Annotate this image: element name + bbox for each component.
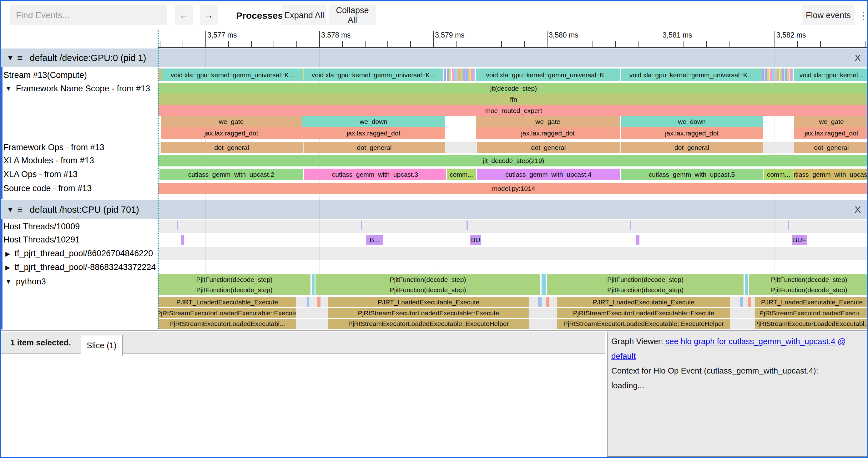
timeline-event-bar[interactable]: jit(decode_step) xyxy=(158,83,868,94)
collapse-arrow-icon[interactable]: ▼ xyxy=(6,205,17,214)
timeline-event-bar[interactable]: jax.lax.ragged_dot xyxy=(302,127,445,139)
tab-slice[interactable]: Slice (1) xyxy=(81,335,123,356)
timeline-event-bar[interactable] xyxy=(541,285,546,295)
drag-handle-icon[interactable]: ≡ xyxy=(17,53,30,63)
timeline-event-bar[interactable]: void xla::gpu::kernel::gemm_universal::K… xyxy=(162,68,303,81)
timeline-event-bar[interactable]: jax.lax.ragged_dot xyxy=(161,127,302,139)
track-label-framework-name-scope-from-13[interactable]: ▼Framework Name Scope - from #13 xyxy=(5,84,150,94)
timeline-event-bar[interactable]: PjitFunction(decode_step) xyxy=(315,285,540,295)
timeline-event-bar[interactable]: PjitFunction(decode_step) xyxy=(749,274,868,285)
timeline-event-bar[interactable] xyxy=(541,274,546,285)
timeline-event-bar[interactable]: cutlass_gemm_with_upcast.4 xyxy=(477,169,620,180)
track-collapse-arrow-icon[interactable]: ▶ xyxy=(5,250,10,257)
kernel-sliver-cluster[interactable] xyxy=(444,68,475,81)
drag-handle-icon[interactable]: ≡ xyxy=(17,204,30,215)
kernel-sliver-cluster[interactable] xyxy=(762,68,793,81)
timeline-event-bar[interactable]: PjRtStreamExecutorLoadedExecutable::Exec… xyxy=(557,319,730,329)
timeline-event-bar[interactable]: we_gate xyxy=(794,116,868,127)
timeline-event-bar[interactable]: PjitFunction(decode_step) xyxy=(547,274,744,285)
timeline-event-bar[interactable]: jax.lax.ragged_dot xyxy=(476,127,620,139)
timeline-event-bar[interactable]: jit_decode_step(219) xyxy=(158,155,868,166)
timeline-event-bar[interactable]: jax.lax.ragged_dot xyxy=(794,127,868,139)
timeline-event-bar[interactable] xyxy=(764,142,794,153)
process-header[interactable]: ▼≡default /host:CPU (pid 701)X xyxy=(1,200,867,219)
timeline-event-bar[interactable]: PjRtStreamExecutorLoadedExecutable::Exec… xyxy=(328,319,529,329)
timeline-event-bar[interactable]: PjRtStreamExecutorLoadedExecutabl... xyxy=(755,319,868,329)
close-process-button[interactable]: X xyxy=(855,53,861,63)
timeline-event-bar[interactable] xyxy=(529,297,557,307)
timeline-event-bar[interactable] xyxy=(296,297,328,307)
timeline-event-bar[interactable] xyxy=(181,235,184,245)
timeline-event-bar[interactable]: BUF xyxy=(792,235,807,245)
timeline-event-bar[interactable] xyxy=(748,297,751,307)
timeline-event-bar[interactable] xyxy=(296,308,328,318)
timeline-event-bar[interactable]: PjRtStreamExecutorLoadedExecu... xyxy=(755,308,868,318)
timeline-event-bar[interactable] xyxy=(745,274,748,285)
timeline-event-bar[interactable] xyxy=(740,297,743,307)
timeline-event-bar[interactable]: we_down xyxy=(302,116,445,127)
timeline-event-bar[interactable]: model.py:1014 xyxy=(158,183,868,194)
timeline-event-bar[interactable] xyxy=(546,297,549,307)
timeline-event-bar[interactable]: BU xyxy=(470,235,481,245)
timeline-event-bar[interactable] xyxy=(317,297,320,307)
timeline-event-bar[interactable] xyxy=(361,220,362,230)
timeline-event-bar[interactable] xyxy=(630,220,631,230)
timeline-event-bar[interactable] xyxy=(529,308,557,318)
timeline-event-bar[interactable] xyxy=(307,297,309,307)
timeline-event-bar[interactable]: jax.lax.ragged_dot xyxy=(621,127,763,139)
timeline-event-bar[interactable]: PJRT_LoadedExecutable_Execute xyxy=(328,297,529,307)
timeline-event-bar[interactable]: PJRT_LoadedExecutable_Execute xyxy=(158,297,296,307)
timeline-event-bar[interactable]: we_gate xyxy=(161,116,302,127)
timeline-event-bar[interactable] xyxy=(467,220,468,230)
timeline-event-bar[interactable]: PjRtStreamExecutorLoadedExecutable::Exec… xyxy=(557,308,730,318)
timeline-event-bar[interactable]: cutlass_gemm_with_upcast.5 xyxy=(621,169,763,180)
track-label-python3[interactable]: ▼python3 xyxy=(5,277,46,286)
track-label-tf-pjrt-thread-pool-86026704846220[interactable]: ▶tf_pjrt_thread_pool/86026704846220 xyxy=(5,249,153,258)
timeline-event-bar[interactable] xyxy=(177,220,178,230)
timeline-event-bar[interactable] xyxy=(312,274,315,285)
timeline-event-bar[interactable]: PjitFunction(decode_step) xyxy=(315,274,540,285)
timeline-event-bar[interactable]: PjRtStreamExecutorLoadedExecutabl... xyxy=(158,319,296,329)
timeline-event-bar[interactable]: dot_general xyxy=(161,142,303,153)
process-header[interactable]: ▼≡default /device:GPU:0 (pid 1)X xyxy=(1,49,867,67)
timeline-event-bar[interactable]: PjitFunction(decode_step) xyxy=(547,285,744,295)
timeline-event-bar[interactable]: dot_general xyxy=(794,142,868,153)
timeline-event-bar[interactable] xyxy=(538,297,541,307)
timeline-event-bar[interactable] xyxy=(788,220,789,230)
timeline-event-bar[interactable]: cutlass_gemm_with_upcast.2 xyxy=(159,169,303,180)
timeline-event-bar[interactable] xyxy=(312,285,315,295)
timeline-event-bar[interactable] xyxy=(636,235,640,245)
track-label-tf-pjrt-thread-pool-88683243372224[interactable]: ▶tf_pjrt_thread_pool/-88683243372224 xyxy=(5,263,156,272)
timeline-event-bar[interactable]: PJRT_LoadedExecutable_Execute xyxy=(557,297,730,307)
timeline-event-bar[interactable]: PjRtStreamExecutorLoadedExecutable::Exec… xyxy=(328,308,529,318)
timeline-event-bar[interactable] xyxy=(730,308,755,318)
timeline-event-bar[interactable]: B... xyxy=(366,235,383,245)
timeline-event-bar[interactable]: void xla::gpu::kernel... xyxy=(794,68,868,81)
timeline-event-bar[interactable]: PjitFunction(decode_step) xyxy=(749,285,868,295)
timeline-event-bar[interactable]: PJRT_LoadedExecutable_Execute xyxy=(755,297,868,307)
track-collapse-arrow-icon[interactable]: ▼ xyxy=(5,278,11,285)
timeline-event-bar[interactable]: cutlass_gemm_with_upcast.3 xyxy=(304,169,446,180)
timeline-event-bar[interactable]: we_gate xyxy=(476,116,620,127)
track-collapse-arrow-icon[interactable]: ▶ xyxy=(5,264,10,271)
timeline-event-bar[interactable]: cutlass_gemm_with_upcast.6 xyxy=(794,169,868,180)
timeline-event-bar[interactable] xyxy=(745,285,748,295)
timeline-event-bar[interactable]: void xla::gpu::kernel::gemm_universal::K… xyxy=(476,68,620,81)
track-collapse-arrow-icon[interactable]: ▼ xyxy=(5,85,11,92)
timeline-event-bar[interactable]: void xla::gpu::kernel::gemm_universal::K… xyxy=(304,68,443,81)
timeline-event-bar[interactable] xyxy=(447,142,476,153)
timeline-event-bar[interactable]: moe_routed_expert xyxy=(158,105,868,116)
timeline-event-bar[interactable]: comm... xyxy=(447,169,476,180)
timeline-event-bar[interactable]: PjitFunction(decode_step) xyxy=(158,285,310,295)
timeline-event-bar[interactable]: dot_general xyxy=(477,142,620,153)
timeline-event-bar[interactable]: dot_general xyxy=(621,142,763,153)
collapse-arrow-icon[interactable]: ▼ xyxy=(6,54,17,62)
timeline-event-bar[interactable]: PjitFunction(decode_step) xyxy=(158,274,310,285)
timeline-event-bar[interactable]: we_down xyxy=(621,116,763,127)
timeline-event-bar[interactable] xyxy=(296,319,328,329)
timeline-event-bar[interactable]: comm... xyxy=(764,169,794,180)
timeline-event-bar[interactable] xyxy=(730,319,755,329)
timeline-event-bar[interactable]: dot_general xyxy=(304,142,445,153)
timeline-event-bar[interactable]: void xla::gpu::kernel::gemm_universal::K… xyxy=(621,68,762,81)
timeline-event-bar[interactable]: ffn xyxy=(158,94,868,105)
